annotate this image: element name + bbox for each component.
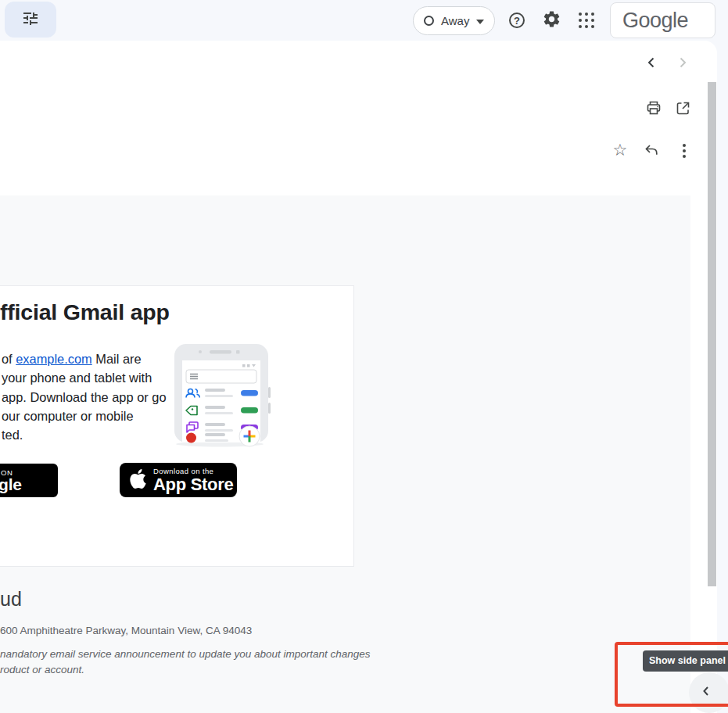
apps-button[interactable] [576,9,597,31]
email-address-line: 600 Amphitheatre Parkway, Mountain View,… [0,625,252,636]
paragraph-line: app. Download the app or go [2,388,167,407]
paragraph-line: our computer or mobile [2,407,167,425]
google-play-badge-bottom-text: gle Play [0,475,58,513]
help-icon: ? [509,13,525,28]
app-store-badge-bottom-text: App Store [153,475,233,494]
example-link[interactable]: example.com [16,352,91,366]
print-button[interactable] [644,100,663,119]
apps-grid-icon [579,13,595,29]
chevron-left-icon [644,56,658,73]
status-chip[interactable]: Away [413,6,495,35]
app-store-badge-top-text: Download on the [153,467,233,475]
chevron-left-icon [701,686,712,700]
more-options-button[interactable] [675,142,694,160]
gmail-page: Away ? Google [0,0,728,713]
older-email-button[interactable] [673,55,692,73]
help-button[interactable]: ? [506,9,528,31]
status-circle-icon [424,16,434,26]
email-signature: ud [0,588,22,611]
show-side-panel-button[interactable] [689,672,728,713]
paragraph-line: your phone and tablet with [2,368,167,387]
tune-icon [21,9,40,30]
app-store-badge[interactable]: Download on the App Store [120,463,237,497]
email-disclaimer-line: roduct or account. [0,664,84,675]
chevron-down-icon [476,20,484,24]
paragraph-line: ted. [2,425,167,444]
open-in-new-button[interactable] [673,100,692,119]
phone-illustration [170,343,272,448]
paragraph-line: of example.com Mail are [2,349,167,368]
google-logo-card[interactable]: Google [610,2,715,38]
email-paragraph: of example.com Mail are your phone and t… [2,349,167,444]
settings-button[interactable] [540,9,562,31]
scrollbar-thumb[interactable] [708,82,716,586]
email-disclaimer-line: nandatory email service announcement to … [0,648,371,660]
chevron-right-icon [676,56,690,73]
reply-button[interactable] [642,142,661,160]
email-heading: fficial Gmail app [0,299,170,325]
search-options-button[interactable] [5,2,56,38]
star-button[interactable]: ☆ [611,141,629,159]
apple-icon [128,469,148,492]
topbar: Away ? Google [0,0,728,41]
google-play-badge[interactable]: ON gle Play [0,464,58,497]
more-vert-icon [683,144,686,158]
print-icon [645,99,662,120]
show-side-panel-tooltip: Show side panel [643,650,728,672]
settings-gear-icon [542,9,561,32]
google-logo: Google [622,9,688,33]
email-content-card: fficial Gmail app of example.com Mail ar… [0,285,354,567]
email-body: fficial Gmail app of example.com Mail ar… [0,195,690,713]
newer-email-button[interactable] [642,55,661,73]
star-icon: ☆ [613,142,628,159]
status-label: Away [441,14,469,27]
reply-icon [644,142,659,160]
open-in-new-icon [675,100,691,120]
